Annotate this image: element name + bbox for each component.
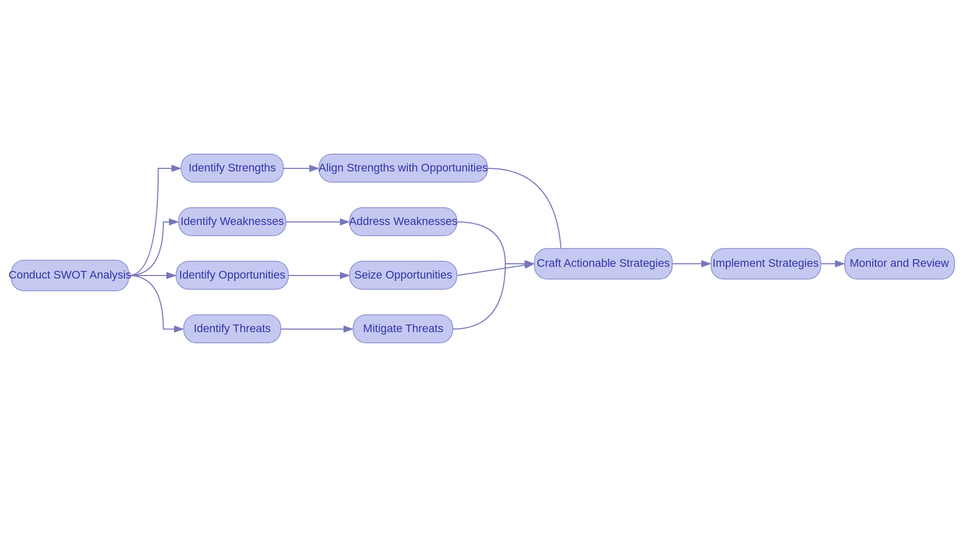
arrow-address-to-craft bbox=[457, 222, 534, 264]
arrow-swot-to-threats bbox=[129, 276, 183, 329]
arrow-seize-to-craft bbox=[457, 264, 534, 276]
address-weaknesses-label: Address Weaknesses bbox=[349, 215, 457, 228]
arrow-swot-to-weaknesses bbox=[129, 222, 178, 276]
align-strengths-label: Align Strengths with Opportunities bbox=[318, 161, 487, 174]
identify-opportunities-label: Identify Opportunities bbox=[179, 268, 285, 281]
monitor-review-label: Monitor and Review bbox=[850, 257, 949, 269]
craft-strategies-label: Craft Actionable Strategies bbox=[537, 257, 670, 269]
identify-strengths-label: Identify Strengths bbox=[188, 161, 276, 174]
identify-weaknesses-label: Identify Weaknesses bbox=[181, 215, 284, 228]
identify-threats-label: Identify Threats bbox=[193, 322, 271, 335]
flowchart-diagram: Conduct SWOT Analysis Identify Strengths… bbox=[0, 0, 980, 551]
seize-opportunities-label: Seize Opportunities bbox=[354, 268, 452, 281]
conduct-swot-label: Conduct SWOT Analysis bbox=[9, 268, 131, 281]
mitigate-threats-label: Mitigate Threats bbox=[363, 322, 443, 335]
implement-strategies-label: Implement Strategies bbox=[713, 257, 819, 269]
arrow-mitigate-to-craft bbox=[453, 264, 534, 329]
